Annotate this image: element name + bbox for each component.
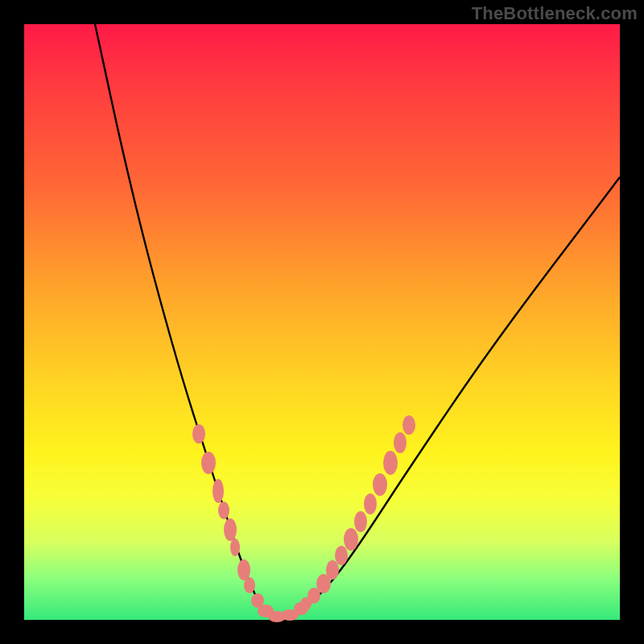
curve-marker <box>230 539 240 556</box>
curve-marker <box>237 559 250 580</box>
watermark-text: TheBottleneck.com <box>472 3 638 24</box>
curve-marker <box>344 528 358 551</box>
curve-marker <box>224 518 237 541</box>
curve-marker <box>244 577 255 593</box>
curve-marker <box>394 432 407 453</box>
curve-marker <box>354 511 367 532</box>
plot-area <box>24 24 620 620</box>
chart-stage: TheBottleneck.com <box>0 0 644 644</box>
curve-marker <box>402 415 415 435</box>
curve-marker <box>364 493 377 514</box>
curve-marker <box>213 479 224 503</box>
bottleneck-curve-svg <box>24 24 620 620</box>
curve-marker <box>218 502 229 519</box>
curve-marker <box>373 473 387 496</box>
curve-marker <box>201 452 216 474</box>
curve-marker <box>326 560 339 580</box>
curve-marker <box>335 546 348 565</box>
curve-marker <box>383 451 398 475</box>
curve-markers-group <box>192 415 415 622</box>
curve-marker <box>192 424 205 444</box>
